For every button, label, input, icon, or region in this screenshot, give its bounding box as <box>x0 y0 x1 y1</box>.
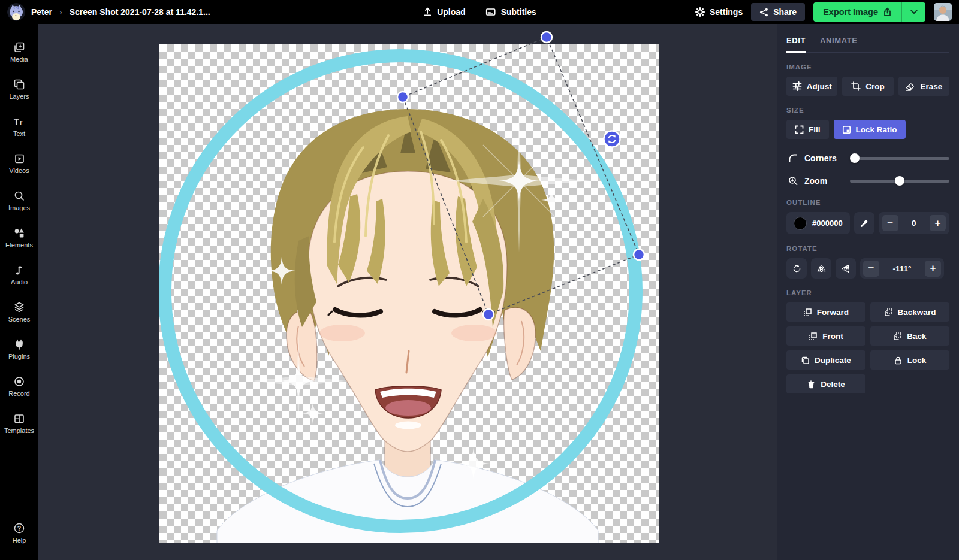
subtitles-button[interactable]: Subtitles <box>486 7 536 17</box>
corners-slider-thumb[interactable] <box>850 153 860 163</box>
layer-back-button[interactable]: Back <box>870 326 949 346</box>
sidebar-item-plugins[interactable]: Plugins <box>0 331 38 368</box>
eyedropper-button[interactable] <box>854 212 874 234</box>
layer-duplicate-button[interactable]: Duplicate <box>786 350 865 370</box>
layer-back-label: Back <box>907 332 926 341</box>
user-avatar[interactable] <box>934 3 952 21</box>
layer-delete-button[interactable]: Delete <box>786 374 865 393</box>
breadcrumb-separator: › <box>59 7 62 17</box>
sidebar-item-media[interactable]: Media <box>0 34 38 71</box>
adjust-button[interactable]: Adjust <box>786 77 837 96</box>
gear-icon <box>695 7 705 17</box>
corners-slider[interactable] <box>850 157 949 160</box>
layer-lock-button[interactable]: Lock <box>870 350 949 370</box>
erase-label: Erase <box>920 82 942 91</box>
scenes-icon <box>13 301 25 313</box>
zoom-slider-thumb[interactable] <box>895 176 904 186</box>
rotate-angle-stepper: − -111° + <box>860 258 944 279</box>
record-icon <box>13 376 25 388</box>
outline-width-increase-button[interactable]: + <box>930 215 946 231</box>
elements-icon <box>13 227 25 239</box>
sidebar-label: Layers <box>9 93 29 100</box>
tab-animate[interactable]: ANIMATE <box>820 32 857 52</box>
crop-button[interactable]: Crop <box>842 77 893 96</box>
duplicate-icon <box>801 356 810 365</box>
fill-button[interactable]: Fill <box>786 120 829 139</box>
sidebar-item-help[interactable]: ? Help <box>0 514 38 552</box>
kapwing-cat-logo[interactable] <box>7 3 25 21</box>
videos-icon <box>13 153 25 165</box>
adjust-label: Adjust <box>807 82 832 91</box>
sidebar-label: Elements <box>5 241 33 249</box>
lock-ratio-icon <box>842 125 851 134</box>
upload-button[interactable]: Upload <box>423 7 465 17</box>
sidebar-item-audio[interactable]: Audio <box>0 256 38 293</box>
layer-front-button[interactable]: Front <box>786 326 865 346</box>
layer-section-title: LAYER <box>786 289 949 296</box>
sidebar-item-scenes[interactable]: Scenes <box>0 293 38 331</box>
document-title[interactable]: Screen Shot 2021-07-28 at 11.42.1... <box>70 7 210 17</box>
sidebar-label: Plugins <box>8 353 30 360</box>
outline-width-value: 0 <box>898 219 930 228</box>
flip-horizontal-icon <box>817 264 826 273</box>
edit-panel: EDIT ANIMATE IMAGE Adjust Crop Erase SIZ… <box>777 24 959 560</box>
panel-tabs: EDIT ANIMATE <box>786 32 949 53</box>
sidebar-item-images[interactable]: Images <box>0 182 38 219</box>
text-icon: T r <box>13 116 26 128</box>
sidebar-item-elements[interactable]: Elements <box>0 219 38 256</box>
layer-backward-button[interactable]: Backward <box>870 302 949 322</box>
rotate-decrease-button[interactable]: − <box>863 261 879 277</box>
crop-label: Crop <box>865 82 885 91</box>
send-backward-icon <box>884 308 893 317</box>
rotate-cw-icon <box>792 264 801 273</box>
rotate-cw-button[interactable] <box>786 258 807 279</box>
zoom-label: Zoom <box>804 176 850 186</box>
sidebar-item-record[interactable]: Record <box>0 368 38 405</box>
sidebar-label: Help <box>13 537 26 544</box>
plugins-icon <box>13 338 25 350</box>
flip-horizontal-button[interactable] <box>811 258 831 279</box>
templates-icon <box>13 413 25 425</box>
lock-ratio-button[interactable]: Lock Ratio <box>834 120 906 139</box>
layer-lock-label: Lock <box>907 356 927 365</box>
export-options-caret[interactable] <box>901 2 925 22</box>
trash-icon <box>807 380 816 389</box>
export-image-button[interactable]: Export Image <box>813 2 901 22</box>
flip-vertical-button[interactable] <box>836 258 856 279</box>
corners-label: Corners <box>804 153 850 163</box>
layer-front-label: Front <box>822 332 843 341</box>
rotate-increase-button[interactable]: + <box>925 261 941 277</box>
flip-vertical-icon <box>842 264 851 273</box>
layer-backward-label: Backward <box>898 308 936 317</box>
outline-color-value: #000000 <box>812 219 843 228</box>
sidebar-label: Text <box>13 130 25 137</box>
outline-color-button[interactable]: #000000 <box>786 212 850 234</box>
outline-section-title: OUTLINE <box>786 199 949 206</box>
top-bar: Peter › Screen Shot 2021-07-28 at 11.42.… <box>0 0 959 24</box>
sidebar-item-text[interactable]: T r Text <box>0 108 38 145</box>
sidebar-item-templates[interactable]: Templates <box>0 405 38 442</box>
erase-button[interactable]: Erase <box>898 77 949 96</box>
svg-text:?: ? <box>17 525 21 532</box>
tools-sidebar: Media Layers T r Text Videos Images Elem… <box>0 24 38 560</box>
sidebar-item-layers[interactable]: Layers <box>0 71 38 108</box>
layer-duplicate-label: Duplicate <box>815 356 851 365</box>
lock-ratio-label: Lock Ratio <box>856 125 897 134</box>
selection-handle-top[interactable] <box>541 32 552 43</box>
svg-text:r: r <box>20 119 23 126</box>
bring-front-icon <box>809 332 818 341</box>
image-canvas[interactable] <box>159 44 659 543</box>
media-icon <box>13 41 25 53</box>
sidebar-item-videos[interactable]: Videos <box>0 145 38 182</box>
zoom-slider[interactable] <box>850 180 949 183</box>
upload-icon <box>423 7 432 17</box>
lock-icon <box>894 356 903 365</box>
settings-button[interactable]: Settings <box>695 7 743 17</box>
breadcrumb-user[interactable]: Peter <box>31 7 52 17</box>
tab-edit[interactable]: EDIT <box>786 32 806 53</box>
layer-forward-button[interactable]: Forward <box>786 302 865 322</box>
outline-width-stepper: − 0 + <box>879 212 949 234</box>
fill-label: Fill <box>809 125 821 134</box>
outline-width-decrease-button[interactable]: − <box>882 215 898 231</box>
share-button[interactable]: Share <box>751 3 805 21</box>
